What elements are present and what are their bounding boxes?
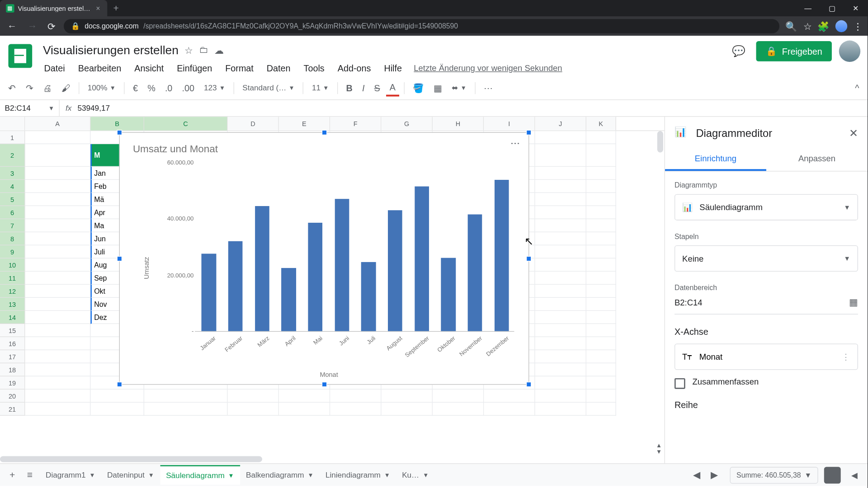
select-range-icon[interactable]: ▦ [849, 296, 858, 308]
undo-button[interactable]: ↶ [5, 80, 20, 95]
bold-button[interactable]: B [343, 80, 356, 95]
select-all-corner[interactable] [0, 117, 25, 130]
tab-customize[interactable]: Anpassen [766, 148, 868, 171]
scroll-down-icon[interactable]: ▼ [656, 448, 663, 455]
more-button[interactable]: ⋯ [480, 80, 496, 95]
back-button[interactable]: ← [5, 21, 19, 32]
menu-edit[interactable]: Bearbeiten [77, 61, 123, 74]
menu-insert[interactable]: Einfügen [176, 61, 213, 74]
text-color-button[interactable]: A [386, 80, 399, 96]
summary-dropdown[interactable]: Summe: 460.505,38 ▼ [730, 467, 818, 483]
chart-menu-icon[interactable]: ⋮ [510, 139, 521, 147]
xaxis-field[interactable]: Tᴛ Monat ⋮ [675, 343, 858, 370]
redo-button[interactable]: ↷ [22, 80, 37, 95]
last-edit-link[interactable]: Letzte Änderung vor wenigen Sekunden [414, 63, 562, 73]
menu-addons[interactable]: Add-ons [336, 61, 372, 74]
share-button[interactable]: 🔒 Freigeben [756, 41, 832, 61]
window-maximize-button[interactable]: ▢ [820, 4, 844, 12]
chevron-down-icon[interactable]: ▼ [307, 472, 313, 478]
cloud-status-icon[interactable]: ☁ [214, 44, 224, 56]
font-size-dropdown[interactable]: 11▼ [308, 81, 332, 94]
col-header[interactable]: A [25, 117, 90, 130]
number-format-dropdown[interactable]: 123▼ [200, 81, 229, 94]
col-header[interactable]: F [330, 117, 381, 130]
chart-type-dropdown[interactable]: 📊 Säulendiagramm ▼ [675, 194, 858, 221]
menu-view[interactable]: Ansicht [133, 61, 165, 74]
chevron-down-icon[interactable]: ▼ [384, 472, 390, 478]
add-sheet-button[interactable]: + [5, 467, 20, 483]
col-header[interactable]: H [433, 117, 484, 130]
col-header[interactable]: D [227, 117, 278, 130]
italic-button[interactable]: I [359, 80, 368, 95]
dec-decrease-button[interactable]: .0 [161, 80, 176, 95]
font-dropdown[interactable]: Standard (…▼ [239, 81, 298, 94]
sheet-tab[interactable]: Liniendiagramm▼ [320, 465, 396, 484]
sheet-tab[interactable]: Ku…▼ [396, 465, 434, 484]
formula-value[interactable]: 53949,17 [78, 103, 110, 113]
strike-button[interactable]: S [371, 80, 384, 95]
bookmark-icon[interactable]: ☆ [803, 20, 811, 32]
sheets-logo-icon[interactable] [8, 44, 32, 68]
window-close-button[interactable]: ✕ [844, 4, 868, 12]
menu-tools[interactable]: Tools [302, 61, 326, 74]
chevron-down-icon[interactable]: ▼ [423, 472, 429, 478]
range-input[interactable] [675, 297, 844, 307]
stacking-dropdown[interactable]: Keine ▼ [675, 245, 858, 272]
explore-button[interactable] [824, 467, 841, 483]
chevron-down-icon[interactable]: ▼ [90, 472, 95, 478]
chart-object[interactable]: ⋮ Umsatz und Monat Umsatz Monat -20.000,… [119, 132, 529, 385]
borders-button[interactable]: ▦ [430, 80, 445, 95]
zoom-icon[interactable]: 🔍 [785, 20, 797, 32]
col-header[interactable]: K [586, 117, 616, 130]
reload-button[interactable]: ⟳ [45, 20, 58, 32]
collapse-toolbar-button[interactable]: ^ [851, 80, 863, 95]
menu-file[interactable]: Datei [43, 61, 66, 74]
star-icon[interactable]: ☆ [184, 44, 193, 56]
sheet-area[interactable]: A B C D E F G H I J K 1 2M3Jan4Feb5Mä6Ap… [0, 117, 665, 463]
move-icon[interactable]: 🗀 [199, 45, 208, 56]
extensions-icon[interactable]: 🧩 [817, 20, 829, 32]
tab-setup[interactable]: Einrichtung [665, 148, 766, 171]
dec-increase-button[interactable]: .00 [179, 80, 198, 95]
close-icon[interactable]: × [95, 4, 102, 12]
account-avatar[interactable] [839, 41, 860, 62]
col-header[interactable]: J [535, 117, 586, 130]
doc-title[interactable]: Visualisierungen erstellen [43, 43, 179, 57]
close-editor-button[interactable]: ✕ [849, 127, 858, 140]
forward-button[interactable]: → [25, 21, 39, 32]
scroll-up-icon[interactable]: ▲ [656, 442, 663, 448]
name-box[interactable]: B2:C14 ▼ [0, 100, 60, 116]
checkbox-icon[interactable] [675, 378, 685, 389]
fill-color-button[interactable]: 🪣 [409, 80, 428, 95]
profile-avatar-icon[interactable] [835, 20, 847, 32]
address-bar[interactable]: 🔒 docs.google.com /spreadsheets/d/16sZAG… [64, 19, 779, 33]
sheet-tab[interactable]: Diagramm1▼ [40, 465, 101, 484]
menu-help[interactable]: Hilfe [383, 61, 403, 74]
aggregate-checkbox-row[interactable]: Zusammenfassen [675, 377, 858, 389]
window-minimize-button[interactable]: ― [796, 4, 820, 12]
col-header[interactable]: C [144, 117, 228, 130]
more-icon[interactable]: ⋮ [842, 352, 850, 361]
col-header[interactable]: E [279, 117, 330, 130]
menu-format[interactable]: Format [224, 61, 255, 74]
percent-button[interactable]: % [144, 80, 159, 95]
merge-button[interactable]: ⬌▼ [448, 81, 470, 94]
currency-button[interactable]: € [129, 80, 142, 95]
chrome-menu-icon[interactable]: ⋮ [853, 20, 863, 32]
sheet-tab[interactable]: Säulendiagramm▼ [160, 465, 240, 484]
chevron-down-icon[interactable]: ▼ [228, 472, 234, 479]
new-tab-button[interactable]: + [107, 3, 125, 14]
vertical-scrollbar[interactable] [656, 131, 664, 155]
comments-button[interactable]: 💬 [728, 41, 749, 62]
col-header[interactable]: G [382, 117, 433, 130]
print-button[interactable]: 🖨 [39, 80, 56, 95]
all-sheets-button[interactable]: ≡ [22, 467, 37, 483]
sheet-tab[interactable]: Balkendiagramm▼ [240, 465, 320, 484]
col-header[interactable]: B [90, 117, 144, 130]
sheet-nav-left[interactable]: ◀ [688, 467, 705, 483]
zoom-dropdown[interactable]: 100%▼ [84, 81, 119, 94]
sheet-tab[interactable]: Dateninput▼ [101, 465, 160, 484]
horizontal-scrollbar[interactable] [0, 455, 652, 463]
chevron-down-icon[interactable]: ▼ [148, 472, 154, 478]
menu-data[interactable]: Daten [265, 61, 292, 74]
